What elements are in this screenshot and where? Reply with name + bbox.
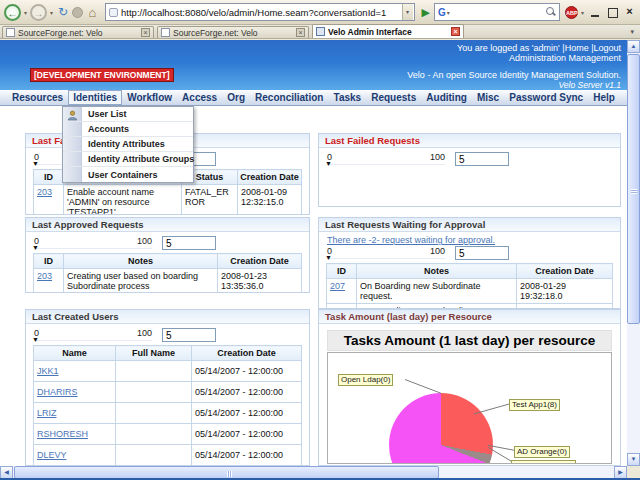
slider-track[interactable] bbox=[327, 258, 445, 259]
address-bar[interactable]: http://localhost:8080/velo/admin/Home.se… bbox=[105, 3, 414, 21]
menu-tasks[interactable]: Tasks bbox=[330, 91, 366, 104]
task-id-link[interactable]: 203 bbox=[37, 187, 52, 197]
adblock-dropdown-icon[interactable]: ▾ bbox=[580, 9, 585, 16]
slider-max-label: 100 bbox=[137, 328, 152, 338]
server-version: Velo Server v1.1 bbox=[558, 80, 621, 90]
page-size-slider[interactable]: 0 100 ▼ bbox=[34, 328, 152, 341]
user-date: 05/14/2007 - 12:00:00 bbox=[192, 361, 302, 382]
slider-thumb-icon[interactable]: ▼ bbox=[32, 244, 39, 251]
table-row: 203 Creating user based on boarding Subo… bbox=[34, 269, 302, 294]
vertical-scrollbar[interactable]: ▲ ▼ bbox=[627, 40, 640, 466]
column-header: Creation Date bbox=[218, 254, 302, 269]
url-text[interactable]: http://localhost:8080/velo/admin/Home.se… bbox=[121, 7, 401, 18]
search-engine-dropdown-icon[interactable]: ▾ bbox=[446, 9, 451, 16]
user-link[interactable]: DLEVY bbox=[37, 450, 67, 460]
reload-button[interactable]: ↻ bbox=[56, 5, 70, 19]
close-window-button[interactable]: × bbox=[623, 6, 636, 19]
stop-button[interactable] bbox=[72, 7, 83, 18]
menu-help[interactable]: Help bbox=[589, 91, 619, 104]
tab-sourceforge-2[interactable]: SourceForge.net: Velo × bbox=[157, 26, 309, 38]
page-size-input[interactable] bbox=[162, 328, 216, 342]
slider-max-label: 100 bbox=[137, 236, 152, 246]
search-box[interactable]: G ▾ bbox=[434, 3, 560, 21]
user-date: 05/14/2007 - 12:00:00 bbox=[192, 403, 302, 424]
page-size-slider[interactable]: 0 100 ▼ bbox=[327, 152, 445, 165]
panel-title: Last Approved Requests bbox=[26, 218, 309, 232]
horizontal-scroll-thumb[interactable] bbox=[14, 466, 439, 478]
panel-last-created-users: Last Created Users 0 100 ▼ bbox=[25, 309, 310, 466]
menu-auditing[interactable]: Auditing bbox=[422, 91, 471, 104]
page-size-slider[interactable]: 0 100 ▼ bbox=[327, 246, 445, 259]
scroll-left-icon[interactable]: ◀ bbox=[0, 466, 13, 478]
logged-in-status[interactable]: You are logged as 'admin' |Home |Logout bbox=[457, 43, 621, 53]
slider-track[interactable] bbox=[34, 248, 152, 249]
menu-item-identity-attributes[interactable]: Identity Attributes bbox=[63, 137, 193, 152]
task-date: 2008-01-09 12:32:15.0 bbox=[238, 185, 302, 216]
user-link[interactable]: RSHORESH bbox=[37, 429, 88, 439]
menu-access[interactable]: Access bbox=[178, 91, 221, 104]
panel-last-approved-requests: Last Approved Requests 0 100 ▼ bbox=[25, 217, 310, 293]
menu-item-accounts[interactable]: Accounts bbox=[63, 122, 193, 137]
created-users-table: Name Full Name Creation Date JKK1 05/14/… bbox=[33, 345, 302, 466]
scroll-down-icon[interactable]: ▼ bbox=[627, 453, 640, 466]
menu-item-identity-attribute-groups[interactable]: Identity Attribute Groups bbox=[63, 152, 193, 167]
page-size-slider[interactable]: 0 100 ▼ bbox=[34, 236, 152, 249]
slider-thumb-icon[interactable]: ▼ bbox=[325, 254, 332, 261]
tab-list-dropdown-icon[interactable]: ▾ bbox=[626, 28, 638, 38]
menu-item-user-containers[interactable]: User Containers bbox=[63, 167, 193, 182]
scroll-up-icon[interactable]: ▲ bbox=[627, 40, 640, 53]
column-header: ID bbox=[34, 254, 64, 269]
slider-thumb-icon[interactable]: ▼ bbox=[325, 160, 332, 167]
table-row: LRIZ 05/14/2007 - 12:00:00 bbox=[34, 403, 302, 424]
horizontal-scrollbar[interactable]: ◀ ▶ bbox=[0, 466, 627, 478]
scroll-right-icon[interactable]: ▶ bbox=[614, 466, 627, 478]
tab-velo-admin[interactable]: Velo Admin Interface × bbox=[312, 24, 464, 38]
tab-sourceforge-1[interactable]: SourceForge.net: Velo × bbox=[2, 26, 154, 38]
menu-reconciliation[interactable]: Reconciliation bbox=[251, 91, 327, 104]
menu-identities[interactable]: Identities bbox=[69, 91, 121, 104]
tab-close-icon[interactable]: × bbox=[296, 28, 305, 37]
menu-requests[interactable]: Requests bbox=[367, 91, 420, 104]
user-link[interactable]: JKK1 bbox=[37, 366, 59, 376]
task-status: FATAL_ERROR bbox=[182, 185, 238, 216]
request-id-link[interactable]: 207 bbox=[330, 281, 345, 291]
menu-resources[interactable]: Resources bbox=[8, 91, 67, 104]
url-history-dropdown-icon[interactable]: ▾ bbox=[402, 4, 413, 20]
forward-history-dropdown-icon[interactable]: ▾ bbox=[49, 9, 54, 16]
menu-item-user-list[interactable]: User List bbox=[63, 107, 193, 122]
adblock-icon[interactable]: ABP bbox=[565, 6, 578, 19]
search-icon[interactable] bbox=[546, 7, 556, 17]
request-notes: On Boarding new Subordinate request. bbox=[357, 279, 517, 304]
menu-password-sync[interactable]: Password Sync bbox=[505, 91, 587, 104]
tab-close-icon[interactable]: × bbox=[141, 28, 150, 37]
tab-label: SourceForge.net: Velo bbox=[173, 28, 296, 38]
table-row: RSHORESH 05/14/2007 - 12:00:00 bbox=[34, 424, 302, 445]
back-history-dropdown-icon[interactable]: ▾ bbox=[23, 9, 28, 16]
user-link[interactable]: LRIZ bbox=[37, 408, 57, 418]
go-button[interactable]: ▶ bbox=[420, 6, 432, 19]
slider-thumb-icon[interactable]: ▼ bbox=[32, 336, 39, 343]
page-size-input[interactable] bbox=[455, 246, 509, 260]
menu-workflow[interactable]: Workflow bbox=[123, 91, 176, 104]
menu-misc[interactable]: Misc bbox=[473, 91, 503, 104]
minimize-button[interactable] bbox=[589, 6, 602, 19]
slider-track[interactable] bbox=[34, 340, 152, 341]
tab-close-icon[interactable]: × bbox=[451, 27, 460, 36]
page-viewport: You are logged as 'admin' |Home |Logout … bbox=[0, 40, 640, 478]
vertical-scroll-thumb[interactable] bbox=[627, 54, 640, 324]
waiting-requests-link[interactable]: There are -2- request waiting for approv… bbox=[327, 235, 495, 245]
column-header: Notes bbox=[357, 264, 517, 279]
restore-button[interactable] bbox=[606, 6, 619, 19]
home-button[interactable]: ⌂ bbox=[85, 5, 100, 20]
forward-button[interactable]: → bbox=[30, 4, 47, 21]
request-id-link[interactable]: 203 bbox=[37, 271, 52, 281]
page-size-input[interactable] bbox=[162, 236, 216, 250]
user-link[interactable]: DHARIRS bbox=[37, 387, 78, 397]
back-button[interactable]: ← bbox=[4, 4, 21, 21]
pie-label-open-ldap: Open Ldap(0) bbox=[338, 374, 393, 386]
page-size-input[interactable] bbox=[455, 152, 509, 166]
chart-title: Tasks Amount (1 last day) per resource bbox=[327, 330, 612, 351]
menu-org[interactable]: Org bbox=[223, 91, 249, 104]
slider-thumb-icon[interactable]: ▼ bbox=[32, 160, 39, 167]
slider-track[interactable] bbox=[327, 164, 445, 165]
